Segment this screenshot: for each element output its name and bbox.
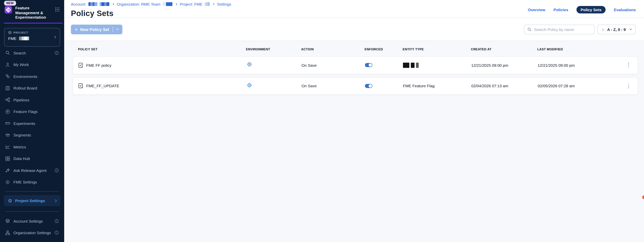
pipeline-flow-icon (5, 97, 10, 102)
layers-gear-icon (5, 219, 10, 224)
redacted-entity-type (403, 63, 471, 68)
sidebar-item-label: My Work (14, 62, 29, 67)
breadcrumb-account[interactable]: Account: (71, 2, 86, 6)
org-chart-gear-icon (5, 231, 10, 235)
main-content: Account: Organization: RME Team Project:… (64, 0, 644, 242)
table-row[interactable]: FME_FF_UPDATE On Save FME Feature Flag 0… (73, 77, 638, 95)
sidebar-item-experiments[interactable]: Experiments (0, 117, 64, 129)
app-window: NEW Feature Management & Experimentation (0, 0, 644, 242)
breadcrumb-organization[interactable]: Organization: RME Team (117, 2, 160, 6)
created-at-value: 02/04/2026 07:13 am (471, 84, 538, 88)
gear-icon: ⚙ (8, 198, 12, 203)
sidebar-item-segments[interactable]: Segments (0, 129, 64, 141)
search-icon (527, 27, 532, 31)
entity-type-value: FME Feature Flag (403, 84, 471, 88)
tab-overview[interactable]: Overview (528, 7, 545, 12)
table-row[interactable]: FME FF policy On Save 12/21/2025 09:00 p… (73, 56, 638, 74)
split-diamond-icon (5, 180, 10, 185)
ruler-icon (5, 121, 10, 126)
sidebar-item-label: Ask Release Agent (14, 168, 46, 173)
sidebar-item-fme-settings[interactable]: FME Settings (0, 176, 64, 188)
sidebar-divider (5, 191, 59, 192)
created-at-value: 12/21/2025 09:00 pm (471, 63, 538, 67)
sidebar-item-account-settings[interactable]: Account Settings (0, 215, 64, 227)
chevron-right-icon (175, 3, 177, 5)
sidebar-item-label: Segments (14, 133, 31, 137)
sidebar-item-pipelines[interactable]: Pipelines (0, 94, 64, 106)
sidebar-item-metrics[interactable]: Metrics (0, 141, 64, 153)
toolbar: + New Policy Set ↑↓ A - Z, 0 - 9 (64, 18, 644, 41)
brand-accent-divider (4, 22, 63, 23)
enforced-toggle[interactable] (365, 63, 372, 67)
policy-set-name[interactable]: FME_FF_UPDATE (86, 84, 119, 88)
chevron-down-icon (630, 27, 632, 30)
sidebar-item-search[interactable]: Search (0, 47, 64, 59)
project-selector[interactable]: PROJECT FME (4, 28, 60, 47)
new-badge: NEW (4, 1, 16, 5)
redacted-account-value (100, 2, 109, 6)
sidebar-item-organization-settings[interactable]: Organization Settings (0, 227, 64, 239)
environment-icon (246, 82, 252, 88)
project-name: FME (8, 36, 16, 41)
sidebar-item-label: Experiments (14, 121, 35, 126)
breadcrumb-project[interactable]: Project: FME (180, 2, 202, 6)
policy-document-icon (78, 83, 83, 89)
row-menu-kebab-icon[interactable] (627, 82, 630, 90)
project-label: PROJECT (14, 31, 28, 34)
info-icon[interactable] (54, 168, 59, 173)
policy-set-name[interactable]: FME FF policy (86, 63, 112, 67)
sidebar-item-label: FME Settings (14, 180, 37, 184)
action-value: On Save (302, 63, 365, 67)
hexagons-icon (5, 74, 10, 79)
chevron-right-icon (112, 3, 114, 5)
sidebar-item-label: Organization Settings (14, 231, 51, 235)
column-header-action: ACTION (301, 47, 364, 51)
app-switcher-icon[interactable] (55, 7, 60, 12)
new-policy-set-button[interactable]: + New Policy Set (71, 24, 122, 34)
info-icon[interactable] (54, 51, 59, 55)
table-header-row: POLICY SET ENVIRONMENT ACTION ENFORCED E… (73, 46, 638, 52)
tab-bar: Overview Policies Policy Sets Evaluation… (528, 6, 636, 13)
action-value: On Save (302, 84, 365, 88)
sidebar-item-data-hub[interactable]: Data Hub (0, 153, 64, 164)
board-columns-icon (5, 86, 10, 91)
chevron-right-icon (212, 3, 214, 5)
info-icon[interactable] (54, 231, 59, 235)
tab-policy-sets[interactable]: Policy Sets (576, 6, 606, 13)
button-divider (112, 27, 113, 32)
sort-dropdown[interactable]: ↑↓ A - Z, 0 - 9 (597, 24, 636, 34)
search-icon (5, 50, 10, 55)
tab-policies[interactable]: Policies (554, 7, 568, 12)
new-policy-set-label: New Policy Set (80, 27, 109, 31)
sidebar-item-environments[interactable]: Environments (0, 70, 64, 82)
flag-circle-icon (5, 109, 10, 114)
search-input[interactable] (534, 27, 592, 31)
column-header-created-at: CREATED AT (471, 47, 537, 51)
sidebar-item-label: Search (14, 51, 26, 55)
sidebar-item-my-work[interactable]: My Work (0, 59, 64, 70)
policy-set-table: POLICY SET ENVIRONMENT ACTION ENFORCED E… (64, 41, 644, 242)
info-icon[interactable] (54, 219, 59, 223)
sidebar-item-ask-release-agent[interactable]: Ask Release Agent (0, 164, 64, 176)
sidebar-nav: Search My Work Environments Rollout Boar… (0, 47, 64, 239)
enforced-toggle[interactable] (365, 84, 372, 88)
sidebar-item-project-settings[interactable]: ⚙ Project Settings (4, 195, 60, 206)
sidebar-item-feature-flags[interactable]: Feature Flags (0, 106, 64, 117)
tab-evaluations[interactable]: Evaluations (614, 7, 636, 12)
row-menu-kebab-icon[interactable] (627, 61, 630, 69)
sidebar-item-label: Project Settings (15, 198, 45, 203)
column-header-last-modified: LAST MODIFIED (537, 47, 610, 51)
people-icon (5, 133, 10, 138)
policy-search (524, 24, 595, 34)
sidebar-divider (5, 212, 59, 212)
redacted-account-value (88, 2, 98, 6)
sort-arrows-icon: ↑↓ (602, 27, 604, 31)
brand-title: Feature Management & Experimentation (15, 5, 52, 19)
breadcrumb-settings[interactable]: Settings (217, 2, 231, 6)
chevron-down-icon[interactable] (116, 27, 118, 30)
app-logo-icon (4, 6, 12, 14)
sidebar-item-label: Environments (14, 74, 37, 79)
sidebar-item-rollout-board[interactable]: Rollout Board (0, 82, 64, 94)
sidebar-item-label: Metrics (14, 145, 26, 149)
sparkles-icon (5, 168, 10, 173)
